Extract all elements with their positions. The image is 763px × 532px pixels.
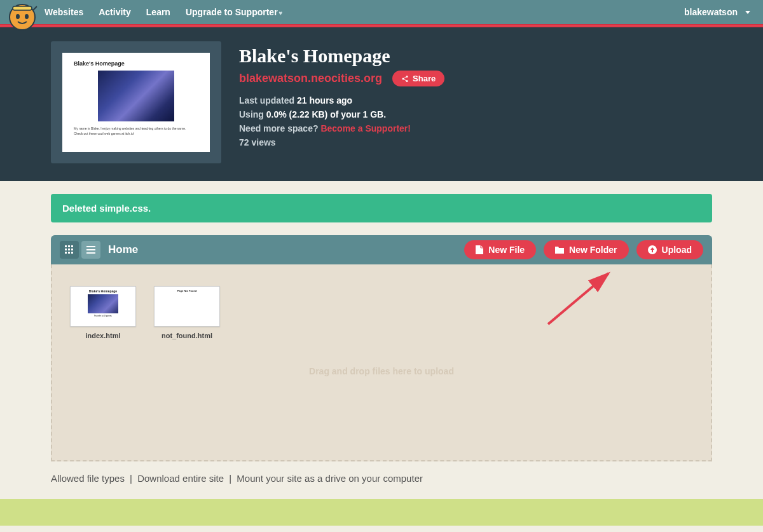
become-supporter-link[interactable]: Become a Supporter! bbox=[320, 123, 411, 133]
top-navbar: Websites Activity Learn Upgrade to Suppo… bbox=[0, 0, 763, 24]
svg-rect-7 bbox=[65, 245, 67, 247]
mount-drive-link[interactable]: Mount your site as a drive on your compu… bbox=[237, 473, 423, 484]
svg-rect-10 bbox=[65, 249, 67, 250]
nav-activity[interactable]: Activity bbox=[99, 7, 131, 17]
download-site-link[interactable]: Download entire site bbox=[137, 473, 224, 484]
svg-point-4 bbox=[406, 76, 408, 78]
nav-websites[interactable]: Websites bbox=[45, 7, 83, 17]
svg-rect-3 bbox=[13, 6, 32, 10]
flash-alert: Deleted simple.css. bbox=[51, 194, 712, 222]
file-list: Blake's Homepage Favorite sci-fi games i… bbox=[70, 286, 693, 339]
new-folder-label: New Folder bbox=[569, 245, 617, 255]
allowed-filetypes-link[interactable]: Allowed file types bbox=[51, 473, 125, 484]
file-thumbnail: Blake's Homepage Favorite sci-fi games bbox=[70, 286, 136, 327]
breadcrumb[interactable]: Home bbox=[108, 243, 138, 256]
nav-links: Websites Activity Learn Upgrade to Suppo… bbox=[45, 7, 283, 17]
footer-links: Allowed file types | Download entire sit… bbox=[51, 461, 712, 499]
upload-label: Upload bbox=[662, 245, 692, 255]
list-icon bbox=[86, 245, 95, 254]
list-view-button[interactable] bbox=[81, 241, 100, 259]
new-folder-button[interactable]: New Folder bbox=[544, 240, 628, 259]
page-title: Blake's Homepage bbox=[239, 45, 444, 67]
site-info: Blake's Homepage blakewatson.neocities.o… bbox=[239, 41, 444, 163]
thumb-image bbox=[98, 71, 174, 121]
file-name: index.html bbox=[70, 332, 136, 339]
svg-rect-17 bbox=[86, 249, 95, 250]
view-toggle bbox=[60, 241, 100, 259]
folder-icon bbox=[555, 246, 564, 254]
site-url-link[interactable]: blakewatson.neocities.org bbox=[239, 72, 382, 85]
grid-view-button[interactable] bbox=[60, 241, 79, 259]
view-count: 72 views bbox=[239, 137, 444, 147]
footer-strip bbox=[0, 499, 763, 526]
file-item[interactable]: Page Not Found not_found.html bbox=[154, 286, 220, 339]
svg-rect-14 bbox=[68, 252, 70, 254]
upload-button[interactable]: Upload bbox=[636, 240, 703, 259]
svg-rect-11 bbox=[68, 249, 70, 250]
file-thumbnail: Page Not Found bbox=[154, 286, 220, 327]
file-drop-area[interactable]: Blake's Homepage Favorite sci-fi games i… bbox=[51, 264, 712, 461]
svg-rect-13 bbox=[65, 252, 67, 254]
share-icon bbox=[401, 75, 409, 83]
svg-rect-16 bbox=[86, 246, 95, 247]
svg-rect-8 bbox=[68, 245, 70, 247]
share-button[interactable]: Share bbox=[392, 71, 444, 86]
svg-point-2 bbox=[25, 14, 29, 19]
nav-upgrade[interactable]: Upgrade to Supporter♥ bbox=[186, 7, 283, 17]
new-file-label: New File bbox=[488, 245, 525, 255]
last-updated: Last updated 21 hours ago bbox=[239, 95, 444, 106]
grid-icon bbox=[65, 245, 74, 254]
nav-upgrade-label: Upgrade to Supporter bbox=[186, 7, 278, 17]
svg-rect-9 bbox=[71, 245, 73, 247]
file-icon bbox=[476, 245, 483, 254]
upgrade-prompt: Need more space? Become a Supporter! bbox=[239, 123, 444, 133]
drop-hint: Drag and drop files here to upload bbox=[52, 366, 711, 376]
upload-icon bbox=[648, 245, 657, 254]
svg-point-1 bbox=[16, 14, 20, 19]
storage-usage: Using 0.0% (2.22 KB) of your 1 GB. bbox=[239, 109, 444, 119]
svg-rect-15 bbox=[71, 252, 73, 254]
new-file-button[interactable]: New File bbox=[464, 240, 536, 259]
share-label: Share bbox=[413, 74, 436, 83]
svg-rect-12 bbox=[71, 249, 73, 250]
chevron-down-icon bbox=[745, 11, 750, 14]
site-thumbnail: Blake's Homepage My name is Blake. I enj… bbox=[62, 53, 210, 152]
logo[interactable] bbox=[5, 1, 39, 36]
site-hero: Blake's Homepage My name is Blake. I enj… bbox=[0, 27, 763, 181]
thumb-title: Blake's Homepage bbox=[74, 60, 198, 67]
file-name: not_found.html bbox=[154, 332, 220, 339]
heart-icon: ♥ bbox=[279, 10, 283, 17]
file-item[interactable]: Blake's Homepage Favorite sci-fi games i… bbox=[70, 286, 136, 339]
file-toolbar: Home New File New Folder Upload bbox=[51, 235, 712, 264]
site-thumbnail-card[interactable]: Blake's Homepage My name is Blake. I enj… bbox=[51, 41, 221, 163]
username: blakewatson bbox=[684, 7, 738, 17]
svg-point-6 bbox=[406, 80, 408, 82]
svg-rect-18 bbox=[86, 252, 95, 254]
nav-learn[interactable]: Learn bbox=[146, 7, 170, 17]
user-menu[interactable]: blakewatson bbox=[684, 7, 750, 17]
svg-point-5 bbox=[402, 78, 404, 79]
